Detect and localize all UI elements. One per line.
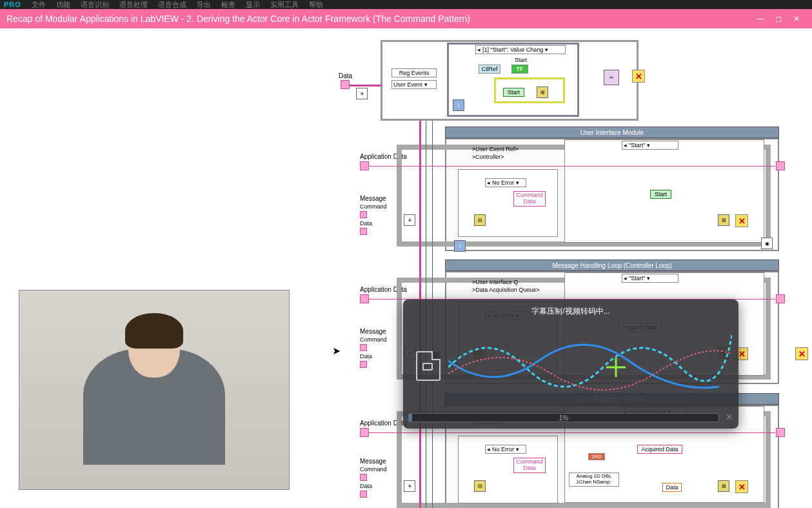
command-term-2 <box>360 344 367 351</box>
command-term-1 <box>360 211 367 218</box>
case-start-selector[interactable]: "Start" <box>622 141 678 150</box>
video-file-icon <box>416 351 441 381</box>
menu-check[interactable]: 检查 <box>221 0 235 10</box>
stop-terminal-4: ✕ <box>735 480 748 493</box>
wire-pink-h3 <box>369 432 775 433</box>
window-titlebar: Recap of Modular Applications in LabVIEW… <box>0 9 812 28</box>
event-case-selector[interactable]: [1] "Start": Value Chang <box>475 45 566 54</box>
wire-pink-h1 <box>369 166 775 167</box>
reg-events-box: Reg Events <box>391 68 437 77</box>
daq-out-terminal <box>776 428 785 437</box>
command-label-3: Command <box>360 466 387 472</box>
stop-terminal-3b: ✕ <box>795 347 808 360</box>
data-field-term-3 <box>360 491 367 498</box>
menu-audio-proc[interactable]: 语音处理 <box>119 0 148 10</box>
message-label-2: Message <box>360 328 386 335</box>
message-label-3: Message <box>360 458 386 465</box>
unreg-events-node: ✂ <box>604 70 619 85</box>
data-field-label-3: Data <box>360 483 372 489</box>
drd-node: DRD <box>588 453 605 460</box>
overlay-close-button[interactable]: ✕ <box>726 412 733 422</box>
bundle-node: ✳ <box>356 88 368 99</box>
app-data-terminal-3 <box>360 428 369 437</box>
enqueue-node: ⊞ <box>537 86 548 98</box>
menu-tts[interactable]: 语音合成 <box>158 0 186 10</box>
data-field-label-1: Data <box>360 220 372 227</box>
command-data-box-3: Command Data <box>513 458 546 473</box>
command-data-box-1: Command Data <box>513 191 546 207</box>
labview-block-diagram: Data ✳ Reg Events User Event [1] "Start"… <box>310 28 812 508</box>
ui-queue-label: >User Interface Q <box>472 279 518 285</box>
transcode-progress-bar: 1% <box>408 413 719 422</box>
app-data-terminal-2 <box>360 294 369 303</box>
app-data-terminal-1 <box>360 161 369 170</box>
start-label: Start <box>515 57 527 63</box>
menu-asr[interactable]: 语音识别 <box>81 0 109 10</box>
mhl-out-terminal <box>776 294 785 303</box>
menu-display[interactable]: 显示 <box>246 0 260 10</box>
waveform-graphic <box>448 322 732 406</box>
ui-enqueue-right: ⊞ <box>718 214 729 226</box>
command-label-2: Command <box>360 336 387 343</box>
stop-terminal-1: ✕ <box>632 70 645 83</box>
menu-file[interactable]: 文件 <box>32 0 46 10</box>
menu-help[interactable]: 帮助 <box>309 0 323 10</box>
data-field-term-2 <box>360 361 367 368</box>
start-button-node: Start <box>503 88 524 97</box>
mhl-header: Message Handling Loop (Controller Loop) <box>445 259 779 271</box>
ctlref-box: CtlRef <box>479 65 500 74</box>
wire-pink-1 <box>350 85 382 86</box>
analog-1d-dbl: Analog 1D DBL 1Chan NSamp <box>569 472 619 487</box>
ui-unbundle-1: ⊟ <box>474 214 486 226</box>
data-field-term-1 <box>360 228 367 235</box>
acquired-data-label: Acquired Data <box>637 445 682 454</box>
ui-dequeue-node: ✳ <box>404 214 415 226</box>
window-maximize-button[interactable]: ◻ <box>769 12 787 25</box>
daq-enqueue-right: ⊞ <box>718 480 729 492</box>
app-logo: PRO <box>4 1 21 8</box>
data-terminal <box>341 80 350 89</box>
window-title: Recap of Modular Applications in LabVIEW… <box>6 14 751 24</box>
window-minimize-button[interactable]: — <box>751 12 769 25</box>
data-label: Data <box>339 72 352 79</box>
menu-tools[interactable]: 实用工具 <box>270 0 299 10</box>
transcoding-overlay: 字幕压制/视频转码中... 1% ✕ <box>403 300 738 429</box>
camera-glyph <box>422 363 433 371</box>
no-error-selector-1[interactable]: No Error <box>485 178 526 187</box>
no-error-selector-3[interactable]: No Error <box>485 445 526 454</box>
command-term-3 <box>360 474 367 481</box>
ui-module-header: User Interface Module <box>445 127 779 138</box>
ui-out-terminal <box>776 161 785 170</box>
start-constant: Start <box>650 190 671 199</box>
info-icon-2: i <box>454 240 466 252</box>
menu-export[interactable]: 导出 <box>197 0 211 10</box>
user-event-ref-label: >User Event Ref> <box>472 146 519 152</box>
app-menubar: PRO 文件 功能 语音识别 语音处理 语音合成 导出 检查 显示 实用工具 帮… <box>0 0 812 9</box>
data-field-label-2: Data <box>360 353 372 360</box>
loop-cond-1: ◉ <box>761 238 773 249</box>
daq-queue-label: >Data Acquisition Queue> <box>472 287 540 293</box>
command-data-text-1: Command Data <box>516 192 543 205</box>
command-label-1: Command <box>360 203 387 210</box>
data-out-box: Data <box>662 483 682 492</box>
video-content: Data ✳ Reg Events User Event [1] "Start"… <box>0 28 812 508</box>
analog-text: Analog 1D DBL 1Chan NSamp <box>576 474 611 485</box>
stop-terminal-2: ✕ <box>735 214 748 227</box>
controller-label-1: >Controller> <box>472 154 504 160</box>
presenter-webcam <box>19 290 290 490</box>
window-close-button[interactable]: ✕ <box>787 12 806 25</box>
presenter-hair <box>125 313 183 349</box>
menu-function[interactable]: 功能 <box>56 0 70 10</box>
command-data-text-3: Command Data <box>516 458 543 471</box>
progress-percentage: 1% <box>409 414 718 422</box>
overlay-message: 字幕压制/视频转码中... <box>403 306 738 317</box>
daq-dequeue-node: ✳ <box>404 480 415 492</box>
info-icon: i <box>453 99 464 111</box>
daq-unbundle: ⊟ <box>474 480 486 492</box>
start-bool: TF <box>511 65 528 74</box>
user-event-dropdown[interactable]: User Event <box>391 80 437 89</box>
presenter-head-group <box>115 316 193 407</box>
case-start-selector-2[interactable]: "Start" <box>622 274 678 283</box>
message-label-1: Message <box>360 195 386 202</box>
